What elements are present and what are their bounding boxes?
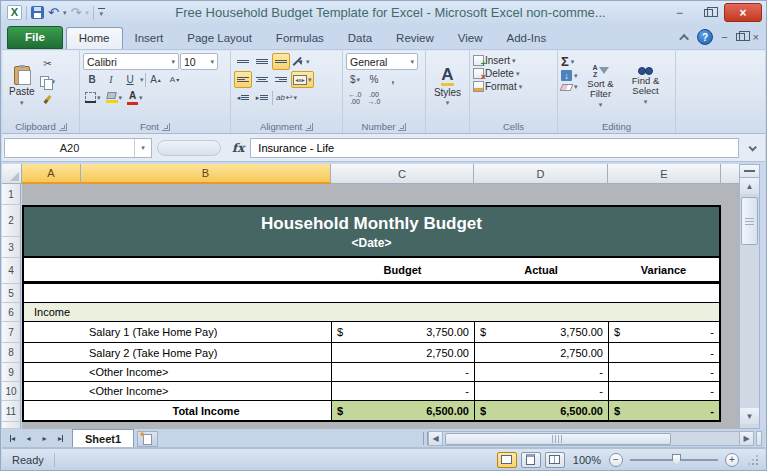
paste-button[interactable]: Paste ▾ (6, 53, 38, 120)
maximize-button[interactable] (695, 3, 722, 22)
workbook-restore-icon[interactable] (736, 33, 745, 41)
scroll-down-icon[interactable]: ▼ (740, 408, 759, 424)
tab-file[interactable]: File (7, 26, 63, 49)
horizontal-scrollbar[interactable]: ◀ ▶ (428, 430, 765, 447)
column-header-a[interactable]: A (22, 164, 81, 184)
zoom-out-button[interactable]: − (609, 453, 623, 467)
cell-empty[interactable] (22, 322, 81, 343)
orientation-button[interactable]: ▾ (291, 53, 312, 70)
cut-button[interactable]: ✂ (38, 55, 58, 72)
total-actual-cell[interactable]: $6,500.00 (474, 401, 608, 422)
fill-color-button[interactable]: ▾ (104, 89, 125, 106)
undo-dropdown-icon[interactable]: ▾ (63, 9, 67, 17)
expand-formula-bar-button[interactable] (741, 138, 763, 158)
budget-column-title[interactable]: Budget (331, 258, 474, 284)
top-align-button[interactable] (234, 53, 252, 70)
fill-button[interactable]: ↓▾ (561, 70, 578, 81)
normal-view-button[interactable] (497, 452, 517, 468)
excel-logo-icon[interactable]: X (7, 5, 22, 20)
underline-dropdown-icon[interactable]: ▾ (140, 76, 144, 84)
previous-sheet-icon[interactable]: ◂ (21, 431, 36, 446)
copy-button[interactable]: ▾ (38, 73, 58, 90)
row-header-10[interactable]: 10 (2, 382, 21, 401)
row-header-5[interactable]: 5 (2, 284, 21, 303)
zoom-slider[interactable] (630, 459, 718, 461)
customize-qat-icon[interactable]: ▾ (98, 8, 105, 17)
tab-add-ins[interactable]: Add-Ins (495, 28, 559, 49)
workbook-minimize-icon[interactable]: − (721, 31, 727, 43)
page-break-view-button[interactable] (545, 452, 565, 468)
wrap-text-button[interactable]: ab↩▾ (274, 89, 299, 106)
horizontal-scroll-thumb[interactable] (445, 433, 671, 445)
variance-column-title[interactable]: Variance (608, 258, 721, 284)
row-label[interactable]: <Other Income> (81, 382, 331, 401)
align-center-button[interactable] (253, 71, 271, 88)
insert-cells-button[interactable]: Insert▾ (473, 55, 554, 66)
tab-formulas[interactable]: Formulas (264, 28, 336, 49)
name-box-dropdown-icon[interactable]: ▾ (135, 144, 151, 152)
collapse-ribbon-icon[interactable] (679, 33, 689, 43)
scroll-right-icon[interactable]: ▶ (739, 431, 754, 446)
insert-function-icon[interactable]: fx (226, 141, 250, 155)
variance-cell[interactable]: - (608, 343, 721, 363)
cell-empty[interactable] (22, 401, 81, 422)
row-header-2[interactable]: 2 (2, 205, 21, 237)
clipboard-dialog-launcher-icon[interactable] (59, 123, 67, 131)
tab-insert[interactable]: Insert (123, 28, 176, 49)
comma-style-button[interactable]: , (384, 71, 402, 88)
cell-empty[interactable] (22, 382, 81, 401)
row-label[interactable]: <Other Income> (81, 363, 331, 382)
vertical-scrollbar[interactable]: ▲ ▼ (739, 164, 760, 429)
sort-filter-button[interactable]: AZ Sort & Filter ▾ (578, 53, 624, 120)
column-header-e[interactable]: E (608, 164, 721, 184)
actual-cell[interactable]: - (474, 363, 608, 382)
cell-empty-row[interactable] (22, 284, 721, 303)
budget-cell[interactable]: - (331, 382, 474, 401)
save-icon[interactable] (31, 6, 44, 19)
insert-worksheet-button[interactable] (137, 431, 158, 447)
row-header-1[interactable]: 1 (2, 184, 21, 205)
income-section-cell[interactable]: Income (22, 303, 721, 322)
actual-cell[interactable]: - (474, 382, 608, 401)
close-button[interactable]: × (724, 3, 762, 22)
merge-center-button[interactable]: ◂a▸▾ (291, 71, 314, 88)
budget-cell[interactable]: - (331, 363, 474, 382)
tab-view[interactable]: View (446, 28, 495, 49)
total-variance-cell[interactable]: $- (608, 401, 721, 422)
budget-cell[interactable]: $3,750.00 (331, 322, 474, 343)
underline-button[interactable]: U (121, 71, 139, 88)
bottom-align-button[interactable] (272, 53, 290, 70)
variance-cell[interactable]: - (608, 363, 721, 382)
budget-banner-cell[interactable]: Household Monthly Budget <Date> (22, 205, 721, 258)
borders-button[interactable]: ▾ (83, 89, 103, 106)
redo-icon[interactable]: ↷ (70, 6, 81, 19)
format-painter-button[interactable] (38, 91, 58, 108)
actual-cell[interactable]: 2,750.00 (474, 343, 608, 363)
zoom-level[interactable]: 100% (573, 454, 601, 466)
row-header-partial[interactable] (2, 422, 21, 429)
row-label[interactable]: Salary 2 (Take Home Pay) (81, 343, 331, 363)
italic-button[interactable]: I (102, 71, 120, 88)
tab-page-layout[interactable]: Page Layout (175, 28, 264, 49)
middle-align-button[interactable] (253, 53, 271, 70)
workbook-close-icon[interactable]: × (753, 31, 759, 43)
variance-cell[interactable]: - (608, 382, 721, 401)
row-header-6[interactable]: 6 (2, 303, 21, 322)
alignment-dialog-launcher-icon[interactable] (305, 123, 313, 131)
percent-style-button[interactable]: % (365, 71, 383, 88)
align-right-button[interactable] (272, 71, 290, 88)
row-header-7[interactable]: 7 (2, 322, 21, 343)
clear-button[interactable]: ▾ (561, 83, 578, 91)
tab-home[interactable]: Home (66, 27, 123, 49)
delete-cells-button[interactable]: Delete▾ (473, 68, 554, 79)
vertical-scroll-thumb[interactable] (741, 197, 758, 245)
total-budget-cell[interactable]: $6,500.00 (331, 401, 474, 422)
cell-empty[interactable] (22, 363, 81, 382)
window-splitter[interactable] (756, 431, 762, 446)
font-size-select[interactable]: 10▾ (180, 53, 218, 70)
increase-decimal-button[interactable]: ←.0.00 (346, 89, 364, 106)
help-icon[interactable]: ? (697, 29, 713, 45)
row-header-3[interactable]: 3 (2, 237, 21, 258)
column-header-b[interactable]: B (81, 164, 331, 184)
redo-dropdown-icon[interactable]: ▾ (85, 9, 89, 17)
